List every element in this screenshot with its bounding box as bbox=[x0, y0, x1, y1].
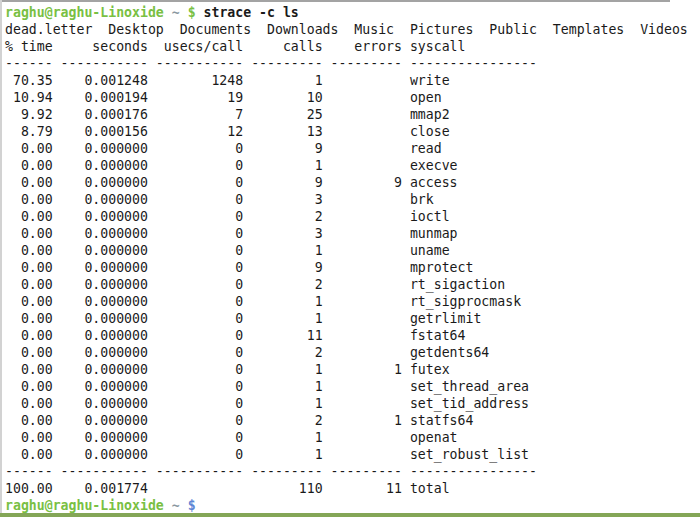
strace-row: 0.00 0.000000 0 1 set_robust_list bbox=[5, 446, 700, 463]
strace-divider-top: ------ ----------- ----------- ---------… bbox=[5, 55, 700, 72]
strace-row: 0.00 0.000000 0 3 brk bbox=[5, 191, 700, 208]
strace-table-header: % time seconds usecs/call calls errors s… bbox=[5, 38, 700, 55]
prompt-dollar: $ bbox=[188, 5, 204, 20]
strace-rows-container: 70.35 0.001248 1248 1 write 10.94 0.0001… bbox=[5, 72, 700, 463]
strace-row: 9.92 0.000176 7 25 mmap2 bbox=[5, 106, 700, 123]
strace-total-row: 100.00 0.001774 110 11 total bbox=[5, 480, 700, 497]
strace-row: 0.00 0.000000 0 1 set_thread_area bbox=[5, 378, 700, 395]
prompt-user-host: raghu@raghu-Linoxide bbox=[5, 498, 164, 513]
prompt-dollar: $ bbox=[188, 498, 196, 513]
strace-row: 0.00 0.000000 0 1 set_tid_address bbox=[5, 395, 700, 412]
ls-output-line: dead.letter Desktop Documents Downloads … bbox=[5, 21, 700, 38]
strace-row: 0.00 0.000000 0 1 getrlimit bbox=[5, 310, 700, 327]
strace-row: 0.00 0.000000 0 2 ioctl bbox=[5, 208, 700, 225]
strace-row: 0.00 0.000000 0 2 getdents64 bbox=[5, 344, 700, 361]
strace-row: 0.00 0.000000 0 1 rt_sigprocmask bbox=[5, 293, 700, 310]
prompt-line-final[interactable]: raghu@raghu-Linoxide ~ $ bbox=[5, 497, 700, 513]
prompt-line-initial: raghu@raghu-Linoxide ~ $ strace -c ls bbox=[5, 4, 700, 21]
strace-row: 0.00 0.000000 0 1 execve bbox=[5, 157, 700, 174]
strace-row: 0.00 0.000000 0 1 1 futex bbox=[5, 361, 700, 378]
prompt-cwd: ~ bbox=[164, 498, 188, 513]
strace-row: 0.00 0.000000 0 3 munmap bbox=[5, 225, 700, 242]
prompt-cwd: ~ bbox=[164, 5, 188, 20]
terminal-screen[interactable]: raghu@raghu-Linoxide ~ $ strace -c ls de… bbox=[2, 2, 700, 513]
strace-row: 0.00 0.000000 0 11 fstat64 bbox=[5, 327, 700, 344]
window-edge-bottom bbox=[0, 513, 700, 517]
strace-row: 10.94 0.000194 19 10 open bbox=[5, 89, 700, 106]
strace-row: 8.79 0.000156 12 13 close bbox=[5, 123, 700, 140]
typed-command: strace -c ls bbox=[204, 5, 299, 20]
strace-divider-bottom: ------ ----------- ----------- ---------… bbox=[5, 463, 700, 480]
strace-row: 70.35 0.001248 1248 1 write bbox=[5, 72, 700, 89]
strace-row: 0.00 0.000000 0 9 read bbox=[5, 140, 700, 157]
strace-row: 0.00 0.000000 0 9 9 access bbox=[5, 174, 700, 191]
strace-row: 0.00 0.000000 0 2 rt_sigaction bbox=[5, 276, 700, 293]
strace-row: 0.00 0.000000 0 9 mprotect bbox=[5, 259, 700, 276]
strace-row: 0.00 0.000000 0 1 uname bbox=[5, 242, 700, 259]
strace-row: 0.00 0.000000 0 1 openat bbox=[5, 429, 700, 446]
strace-row: 0.00 0.000000 0 2 1 statfs64 bbox=[5, 412, 700, 429]
prompt-user-host: raghu@raghu-Linoxide bbox=[5, 5, 164, 20]
